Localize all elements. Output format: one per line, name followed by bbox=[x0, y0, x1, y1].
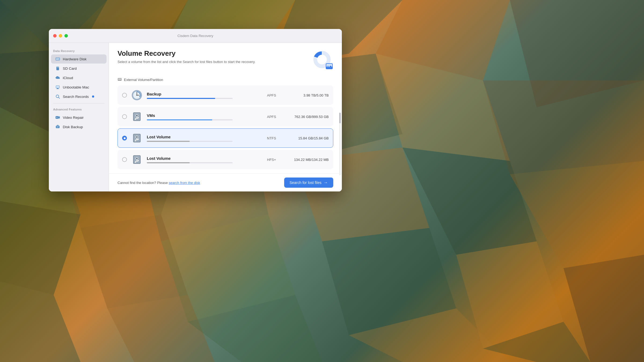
svg-rect-92 bbox=[138, 160, 139, 161]
lost-volume-1-size: 15.84 GB/15.84 GB bbox=[291, 136, 329, 140]
sidebar-item-disk-backup[interactable]: Disk Backup bbox=[51, 122, 107, 131]
sidebar-item-hardware-disk[interactable]: Hardware Disk bbox=[51, 54, 107, 64]
lost-volume-1-radio[interactable] bbox=[122, 136, 127, 141]
radio-inner bbox=[124, 137, 126, 139]
sidebar: Data Recovery Hardware Disk bbox=[49, 43, 109, 191]
scrollbar-thumb[interactable] bbox=[339, 113, 341, 123]
svg-point-51 bbox=[317, 55, 327, 64]
lost-volume-2-bar-track bbox=[147, 162, 233, 163]
svg-rect-47 bbox=[57, 127, 58, 127]
search-for-lost-files-button[interactable]: Search for lost files → bbox=[284, 178, 333, 188]
lost-volume-2-bar-fill bbox=[147, 162, 190, 163]
svg-rect-83 bbox=[138, 139, 139, 139]
disk-backup-icon bbox=[55, 124, 60, 129]
svg-point-91 bbox=[135, 162, 136, 163]
sidebar-item-sd-card[interactable]: SD Card bbox=[51, 64, 107, 73]
backup-info: Backup bbox=[147, 92, 263, 99]
svg-rect-35 bbox=[58, 67, 58, 68]
page-title: Volume Recovery bbox=[118, 49, 255, 58]
vms-radio[interactable] bbox=[122, 114, 127, 119]
svg-rect-56 bbox=[326, 67, 332, 68]
unbootable-mac-icon bbox=[55, 85, 60, 90]
search-from-disk-link[interactable]: search from the disk bbox=[169, 181, 200, 185]
svg-rect-36 bbox=[58, 67, 59, 68]
close-button[interactable] bbox=[53, 34, 57, 38]
disk-backup-label: Disk Backup bbox=[63, 125, 83, 129]
search-records-label: Search Records bbox=[63, 95, 89, 99]
vms-meta: APFS 762.36 GB/999.53 GB bbox=[267, 115, 329, 119]
backup-bar-fill bbox=[147, 98, 215, 99]
sidebar-item-search-records[interactable]: Search Records bbox=[51, 92, 107, 101]
lost-volume-2-meta: HFS+ 134.22 MB/134.22 MB bbox=[267, 158, 329, 162]
svg-rect-55 bbox=[327, 66, 329, 67]
main-footer: Cannot find the location? Please search … bbox=[109, 173, 342, 191]
svg-point-64 bbox=[136, 95, 137, 96]
lost-volume-1-icon bbox=[131, 132, 142, 144]
sd-card-label: SD Card bbox=[63, 67, 77, 71]
svg-rect-58 bbox=[118, 78, 121, 80]
lost-volume-1-bar-track bbox=[147, 141, 233, 142]
main-header: Volume Recovery Select a volume from the… bbox=[109, 43, 342, 75]
svg-point-82 bbox=[135, 140, 136, 141]
vms-bar-track bbox=[147, 119, 233, 120]
search-records-icon bbox=[55, 94, 60, 99]
section-header-icon bbox=[118, 77, 122, 82]
video-repair-label: Video Repair bbox=[63, 116, 84, 120]
footer-prefix: Cannot find the location? Please bbox=[118, 181, 169, 185]
svg-rect-46 bbox=[57, 127, 59, 127]
backup-size: 3.98 TB/5.00 TB bbox=[291, 93, 329, 97]
svg-point-31 bbox=[58, 59, 59, 60]
sidebar-item-unbootable-mac[interactable]: Unbootable Mac bbox=[51, 83, 107, 92]
hardware-disk-icon bbox=[55, 57, 60, 61]
header-icon bbox=[312, 49, 333, 71]
advanced-features-label: Advanced Features bbox=[49, 106, 109, 113]
lost-volume-1-name: Lost Volume bbox=[147, 135, 263, 139]
sidebar-item-video-repair[interactable]: Video Repair bbox=[51, 113, 107, 122]
svg-point-77 bbox=[136, 136, 138, 138]
backup-name: Backup bbox=[147, 92, 263, 96]
svg-marker-44 bbox=[59, 116, 60, 119]
section-header: External Volume/Partition bbox=[118, 75, 333, 86]
vms-info: VMs bbox=[147, 113, 263, 120]
svg-rect-45 bbox=[56, 126, 60, 128]
backup-bar-track bbox=[147, 98, 233, 99]
unbootable-mac-label: Unbootable Mac bbox=[63, 85, 89, 89]
scrollbar-track bbox=[339, 113, 341, 175]
volume-list: External Volume/Partition bbox=[109, 75, 342, 173]
sidebar-divider bbox=[53, 103, 104, 104]
volume-item-lost-1[interactable]: Lost Volume NTFS 15.84 GB/15.84 GB bbox=[118, 128, 333, 148]
page-subtitle: Select a volume from the list and click … bbox=[118, 60, 255, 64]
svg-rect-74 bbox=[138, 117, 139, 118]
svg-marker-18 bbox=[0, 201, 80, 295]
vms-fs: APFS bbox=[267, 115, 280, 119]
backup-fs: APFS bbox=[267, 93, 280, 97]
maximize-button[interactable] bbox=[64, 34, 68, 38]
vms-name: VMs bbox=[147, 113, 263, 118]
backup-meta: APFS 3.98 TB/5.00 TB bbox=[267, 93, 329, 97]
svg-marker-11 bbox=[483, 80, 644, 174]
traffic-lights bbox=[53, 34, 68, 38]
svg-point-68 bbox=[136, 114, 138, 117]
vms-icon bbox=[131, 111, 142, 122]
svg-rect-39 bbox=[57, 88, 58, 89]
window-title: Cisdem Data Recovery bbox=[177, 34, 213, 38]
lost-volume-1-info: Lost Volume bbox=[147, 135, 263, 142]
svg-rect-38 bbox=[56, 86, 59, 88]
data-recovery-section-label: Data Recovery bbox=[49, 47, 109, 54]
window-body: Data Recovery Hardware Disk bbox=[49, 43, 342, 191]
minimize-button[interactable] bbox=[59, 34, 62, 38]
lost-volume-1-meta: NTFS 15.84 GB/15.84 GB bbox=[267, 136, 329, 140]
sidebar-item-icloud[interactable]: iCloud bbox=[51, 73, 107, 82]
volume-item-backup[interactable]: Backup APFS 3.98 TB/5.00 TB bbox=[118, 86, 333, 105]
volume-item-lost-2[interactable]: Lost Volume HFS+ 134.22 MB/134.22 MB bbox=[118, 150, 333, 169]
section-header-label: External Volume/Partition bbox=[124, 78, 163, 82]
volume-item-vms[interactable]: VMs APFS 762.36 GB/999.53 GB bbox=[118, 107, 333, 126]
lost-volume-1-fs: NTFS bbox=[267, 136, 280, 140]
lost-volume-2-size: 134.22 MB/134.22 MB bbox=[291, 158, 329, 162]
app-window: Cisdem Data Recovery Data Recovery Hardw… bbox=[49, 29, 342, 191]
arrow-right-icon: → bbox=[324, 180, 328, 185]
lost-volume-2-radio[interactable] bbox=[122, 157, 127, 162]
backup-icon bbox=[131, 90, 142, 101]
backup-radio[interactable] bbox=[122, 93, 127, 98]
video-repair-icon bbox=[55, 115, 60, 120]
